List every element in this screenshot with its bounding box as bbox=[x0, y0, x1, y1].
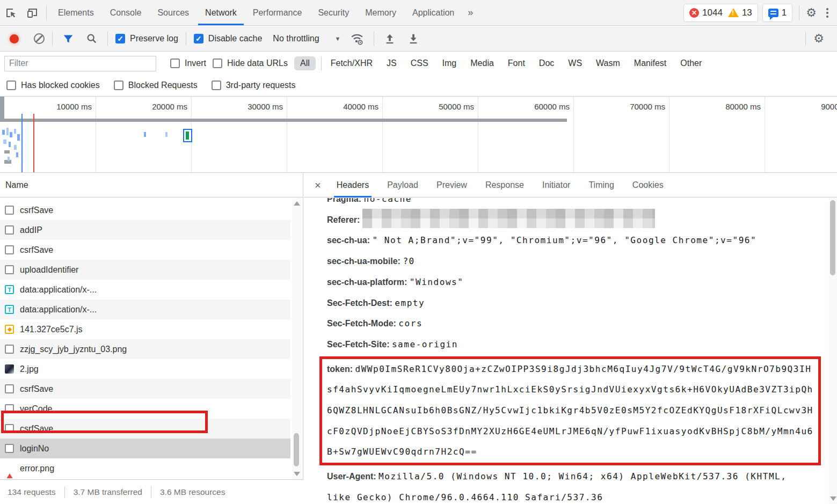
request-row-csrfSave[interactable]: csrfSave bbox=[0, 240, 290, 260]
filter-chip-wasm[interactable]: Wasm bbox=[592, 56, 624, 70]
filter-chip-doc[interactable]: Doc bbox=[535, 56, 558, 70]
request-name: verCode bbox=[20, 404, 52, 414]
filter-chip-css[interactable]: CSS bbox=[407, 56, 432, 70]
header-value: empty bbox=[395, 298, 425, 308]
scroll-down-arrow-icon[interactable] bbox=[294, 472, 300, 476]
blocked-requests-checkbox[interactable]: Blocked Requests bbox=[114, 81, 198, 90]
request-row-png[interactable]: zzjg_scy_jyb_jyzntu_03.png bbox=[0, 339, 290, 359]
details-tabbar: × Headers Payload Preview Response Initi… bbox=[304, 173, 837, 198]
request-row-jpg[interactable]: 2.jpg bbox=[0, 359, 290, 379]
scroll-down-arrow-icon[interactable] bbox=[830, 496, 836, 501]
settings-gear-icon[interactable]: ⚙ bbox=[806, 7, 817, 19]
tab-response[interactable]: Response bbox=[476, 173, 533, 198]
import-har-icon[interactable] bbox=[382, 29, 398, 48]
tab-application[interactable]: Application bbox=[404, 0, 462, 25]
tab-network[interactable]: Network bbox=[197, 0, 245, 25]
filter-chip-font[interactable]: Font bbox=[504, 56, 529, 70]
tick-label: 90000 ms bbox=[821, 102, 837, 111]
tab-console[interactable]: Console bbox=[102, 0, 150, 25]
issues-badge[interactable]: 1 bbox=[762, 4, 792, 22]
header-name: token: bbox=[327, 364, 353, 374]
filter-chip-media[interactable]: Media bbox=[467, 56, 498, 70]
filter-input[interactable] bbox=[4, 56, 156, 71]
request-row-addIP[interactable]: addIP bbox=[0, 220, 290, 240]
filter-chip-js[interactable]: JS bbox=[383, 56, 401, 70]
request-list-scrollbar[interactable] bbox=[292, 198, 301, 479]
disable-cache-checkbox[interactable]: ✓ Disable cache bbox=[194, 34, 263, 43]
invert-checkbox[interactable]: Invert bbox=[170, 59, 206, 68]
tab-sources[interactable]: Sources bbox=[149, 0, 197, 25]
clear-network-log-icon[interactable] bbox=[34, 33, 45, 44]
request-row-loginNo[interactable]: loginNo bbox=[0, 439, 290, 458]
scroll-up-arrow-icon[interactable] bbox=[294, 201, 300, 206]
request-row-uploadIdentifier[interactable]: uploadIdentifier bbox=[0, 260, 290, 280]
filter-chip-ws[interactable]: WS bbox=[564, 56, 586, 70]
gridline bbox=[573, 97, 574, 172]
request-row-csrfSave[interactable]: csrfSave bbox=[0, 200, 290, 220]
tab-security[interactable]: Security bbox=[310, 0, 357, 25]
document-icon bbox=[5, 225, 14, 235]
request-row-data-url[interactable]: Tdata:application/x-... bbox=[0, 280, 290, 300]
filter-chip-manifest[interactable]: Manifest bbox=[630, 56, 670, 70]
tab-elements[interactable]: Elements bbox=[50, 0, 102, 25]
request-row-verCode[interactable]: verCode bbox=[0, 399, 290, 419]
tick-label: 20000 ms bbox=[152, 102, 191, 111]
inspect-element-icon[interactable] bbox=[0, 3, 21, 23]
request-row-csrfSave[interactable]: csrfSave bbox=[0, 379, 290, 399]
network-overview-timeline[interactable]: 10000 ms 20000 ms 30000 ms 40000 ms 5000… bbox=[0, 97, 837, 173]
scrollbar-thumb[interactable] bbox=[294, 433, 299, 466]
preserve-log-checkbox[interactable]: ✓ Preserve log bbox=[115, 34, 178, 43]
network-conditions-icon[interactable] bbox=[348, 29, 366, 48]
header-value: Mozilla/5.0 (Windows NT 10.0; Win64; x64… bbox=[327, 471, 787, 502]
tab-headers[interactable]: Headers bbox=[327, 173, 378, 198]
close-icon[interactable]: × bbox=[308, 179, 327, 192]
checkbox-unchecked-icon bbox=[114, 81, 123, 90]
filter-chip-fetch-xhr[interactable]: Fetch/XHR bbox=[327, 56, 376, 70]
tab-performance[interactable]: Performance bbox=[245, 0, 310, 25]
tab-timing[interactable]: Timing bbox=[579, 173, 623, 198]
tab-preview[interactable]: Preview bbox=[427, 173, 476, 198]
divider bbox=[46, 6, 47, 20]
gridline bbox=[478, 97, 478, 172]
search-icon[interactable] bbox=[84, 29, 100, 48]
tab-initiator[interactable]: Initiator bbox=[533, 173, 579, 198]
hide-data-urls-checkbox[interactable]: Hide data URLs bbox=[213, 59, 288, 68]
more-tabs-button[interactable]: » bbox=[462, 7, 478, 18]
filter-chip-other[interactable]: Other bbox=[676, 56, 705, 70]
header-row-sec-ch-ua-platform: sec-ch-ua-platform: "Windows" bbox=[327, 272, 813, 293]
throttling-select[interactable]: No throttling ▼ bbox=[273, 34, 340, 43]
divider bbox=[52, 32, 53, 46]
throttling-value: No throttling bbox=[273, 34, 319, 43]
tab-cookies[interactable]: Cookies bbox=[623, 173, 673, 198]
has-blocked-cookies-checkbox[interactable]: Has blocked cookies bbox=[6, 81, 100, 90]
filter-chip-img[interactable]: Img bbox=[439, 56, 461, 70]
filter-funnel-icon[interactable] bbox=[60, 29, 76, 48]
export-har-icon[interactable] bbox=[405, 29, 421, 48]
device-toolbar-icon[interactable] bbox=[21, 3, 43, 23]
network-status-bar: 134 requests 3.7 MB transferred 3.6 MB r… bbox=[0, 479, 303, 504]
record-network-log-button[interactable] bbox=[10, 34, 19, 43]
checkbox-unchecked-icon bbox=[213, 59, 222, 68]
request-row-error-png[interactable]: error.png bbox=[0, 458, 290, 478]
header-name: User-Agent: bbox=[327, 472, 376, 481]
tab-payload[interactable]: Payload bbox=[378, 173, 427, 198]
name-column-header[interactable]: Name bbox=[0, 173, 303, 198]
header-name: sec-ch-ua: bbox=[327, 236, 370, 245]
errors-warnings-badge[interactable]: ✕ 1044 13 bbox=[683, 4, 758, 22]
request-row-js[interactable]: 141.327ce5c7.js bbox=[0, 319, 290, 339]
headers-scrollbar[interactable] bbox=[828, 198, 837, 504]
divider bbox=[799, 6, 799, 20]
request-row-data-url[interactable]: Tdata:application/x-... bbox=[0, 300, 290, 319]
overview-window-bar[interactable] bbox=[0, 119, 567, 122]
tab-memory[interactable]: Memory bbox=[357, 0, 404, 25]
headers-content-pane[interactable]: Pragma: no-cache Referer: sec-ch-ua: " N… bbox=[304, 198, 828, 504]
third-party-requests-checkbox[interactable]: 3rd-party requests bbox=[212, 81, 296, 90]
filter-chip-all[interactable]: All bbox=[294, 56, 316, 70]
header-row-user-agent: User-Agent: Mozilla/5.0 (Windows NT 10.0… bbox=[327, 466, 813, 504]
network-settings-gear-icon[interactable]: ⚙ bbox=[813, 33, 824, 45]
request-row-csrfSave[interactable]: csrfSave bbox=[0, 419, 290, 439]
divider bbox=[805, 32, 806, 46]
kebab-menu-icon[interactable] bbox=[822, 5, 833, 21]
header-name: Referer: bbox=[327, 215, 360, 224]
scrollbar-thumb[interactable] bbox=[830, 200, 835, 275]
